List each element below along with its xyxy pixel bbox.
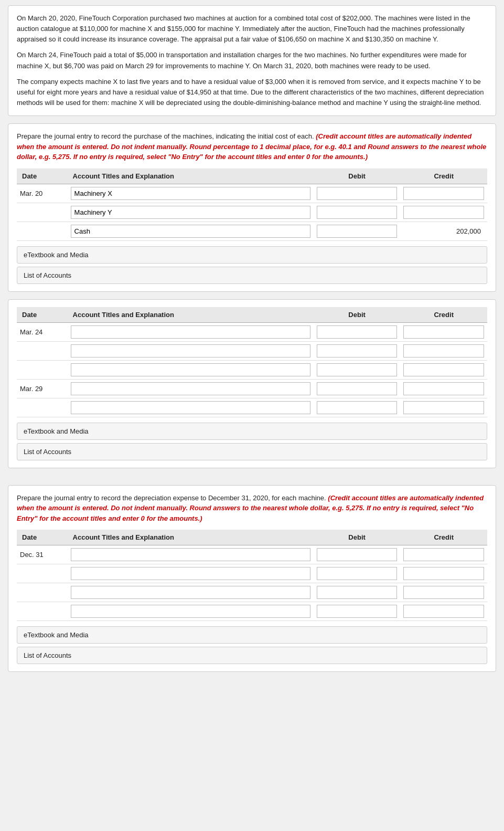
row2-credit[interactable]	[400, 203, 487, 222]
s3-row2-account-input[interactable]	[71, 567, 310, 580]
s2-row1-account-input[interactable]	[71, 325, 310, 339]
s2-row3-account-input[interactable]	[71, 363, 310, 376]
table-row: Mar. 20	[17, 184, 487, 203]
s2-row1-credit-input[interactable]	[403, 325, 484, 339]
s2-row4-debit-input[interactable]	[317, 382, 398, 395]
header-date: Date	[17, 169, 68, 184]
s3-row3-date	[17, 583, 68, 602]
s3-row1-date: Dec. 31	[17, 545, 68, 564]
s2-row5-date	[17, 398, 68, 417]
s3-row1-debit-input[interactable]	[317, 548, 398, 561]
s3-row4-credit-input[interactable]	[403, 605, 484, 618]
s2-row5-credit[interactable]	[400, 398, 487, 417]
s3-row4-account[interactable]	[68, 602, 314, 621]
row3-debit[interactable]	[314, 222, 401, 240]
s2-header-account: Account Titles and Explanation	[68, 307, 314, 323]
s2-row1-credit[interactable]	[400, 322, 487, 341]
s3-row3-debit-input[interactable]	[317, 586, 398, 599]
row1-debit[interactable]	[314, 184, 401, 203]
s3-header-credit: Credit	[400, 530, 487, 545]
s3-row4-credit[interactable]	[400, 602, 487, 621]
list-accounts-button-2[interactable]: List of Accounts	[17, 443, 487, 460]
s2-row3-debit[interactable]	[314, 360, 401, 379]
s2-row4-credit-input[interactable]	[403, 382, 484, 395]
s2-row4-credit[interactable]	[400, 379, 487, 398]
s2-row3-debit-input[interactable]	[317, 363, 398, 376]
s2-row1-account[interactable]	[68, 322, 314, 341]
row2-account-input[interactable]	[71, 206, 310, 219]
row1-account-input[interactable]	[71, 187, 310, 200]
s3-row1-account-input[interactable]	[71, 548, 310, 561]
row3-account-input[interactable]	[71, 225, 310, 238]
s2-row3-credit-input[interactable]	[403, 363, 484, 376]
s3-row4-debit-input[interactable]	[317, 605, 398, 618]
s2-row2-debit[interactable]	[314, 341, 401, 360]
s2-row3-account[interactable]	[68, 360, 314, 379]
row2-account[interactable]	[68, 203, 314, 222]
row1-debit-input[interactable]	[317, 187, 398, 200]
row2-debit-input[interactable]	[317, 206, 398, 219]
s2-row4-debit[interactable]	[314, 379, 401, 398]
s3-row4-account-input[interactable]	[71, 605, 310, 618]
row1-account[interactable]	[68, 184, 314, 203]
s2-row1-debit[interactable]	[314, 322, 401, 341]
s2-row1-date: Mar. 24	[17, 322, 68, 341]
table-row: 202,000	[17, 222, 487, 240]
header-debit: Debit	[314, 169, 401, 184]
section3-instructions: Prepare the journal entry to record the …	[17, 493, 487, 524]
table-row	[17, 398, 487, 417]
s2-row4-account-input[interactable]	[71, 382, 310, 395]
row2-debit[interactable]	[314, 203, 401, 222]
table-row: Dec. 31	[17, 545, 487, 564]
s2-row5-debit[interactable]	[314, 398, 401, 417]
row1-credit[interactable]	[400, 184, 487, 203]
etextbook-button-3[interactable]: eTextbook and Media	[17, 626, 487, 644]
s2-row2-date	[17, 341, 68, 360]
s3-row2-date	[17, 564, 68, 583]
s2-row1-debit-input[interactable]	[317, 325, 398, 339]
row3-account[interactable]	[68, 222, 314, 240]
s2-row2-account[interactable]	[68, 341, 314, 360]
row1-credit-input[interactable]	[403, 187, 484, 200]
s2-row2-credit[interactable]	[400, 341, 487, 360]
s2-row5-account[interactable]	[68, 398, 314, 417]
s3-row2-credit[interactable]	[400, 564, 487, 583]
s3-row2-debit[interactable]	[314, 564, 401, 583]
s2-row3-credit[interactable]	[400, 360, 487, 379]
s2-header-credit: Credit	[400, 307, 487, 323]
s3-row3-credit-input[interactable]	[403, 586, 484, 599]
row3-credit: 202,000	[400, 222, 487, 240]
s2-row5-debit-input[interactable]	[317, 401, 398, 414]
s2-row5-credit-input[interactable]	[403, 401, 484, 414]
section2-box: Date Account Titles and Explanation Debi…	[8, 299, 496, 468]
s3-row2-debit-input[interactable]	[317, 567, 398, 580]
s3-row3-credit[interactable]	[400, 583, 487, 602]
s3-row1-credit[interactable]	[400, 545, 487, 564]
s2-header-debit: Debit	[314, 307, 401, 323]
etextbook-button-1[interactable]: eTextbook and Media	[17, 246, 487, 264]
row2-credit-input[interactable]	[403, 206, 484, 219]
s3-row2-credit-input[interactable]	[403, 567, 484, 580]
s2-row5-account-input[interactable]	[71, 401, 310, 414]
s3-row1-debit[interactable]	[314, 545, 401, 564]
s3-row3-account[interactable]	[68, 583, 314, 602]
s3-row1-credit-input[interactable]	[403, 548, 484, 561]
s3-row2-account[interactable]	[68, 564, 314, 583]
row3-credit-value: 202,000	[403, 227, 484, 235]
s3-row1-account[interactable]	[68, 545, 314, 564]
list-accounts-button-3[interactable]: List of Accounts	[17, 647, 487, 664]
s2-row2-credit-input[interactable]	[403, 344, 484, 357]
section1-box: Prepare the journal entry to record the …	[8, 123, 496, 292]
table-row	[17, 602, 487, 621]
etextbook-button-2[interactable]: eTextbook and Media	[17, 423, 487, 440]
s2-row2-account-input[interactable]	[71, 344, 310, 357]
list-accounts-button-1[interactable]: List of Accounts	[17, 267, 487, 284]
s3-row4-debit[interactable]	[314, 602, 401, 621]
s2-row2-debit-input[interactable]	[317, 344, 398, 357]
row3-debit-input[interactable]	[317, 225, 398, 238]
s3-row3-account-input[interactable]	[71, 586, 310, 599]
s3-row3-debit[interactable]	[314, 583, 401, 602]
s2-row4-account[interactable]	[68, 379, 314, 398]
header-credit: Credit	[400, 169, 487, 184]
table-row	[17, 341, 487, 360]
